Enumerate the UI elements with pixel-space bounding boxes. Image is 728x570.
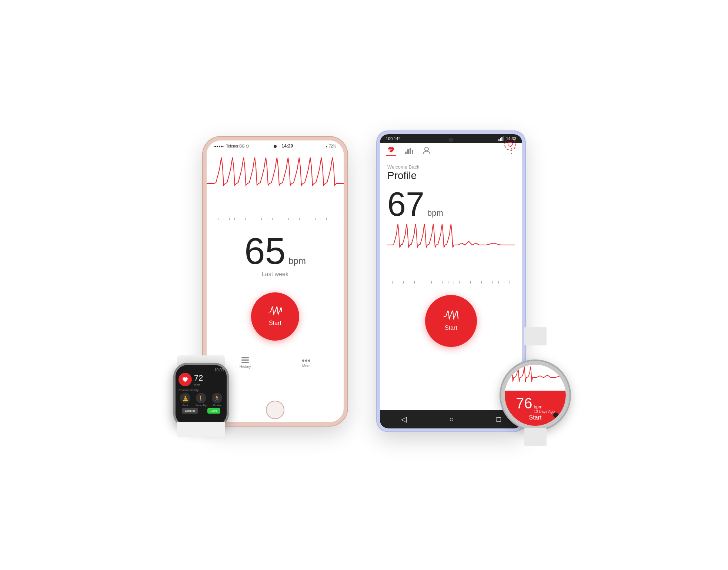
android-tab-heart[interactable]	[386, 145, 396, 156]
samsung-watch: 76 bpm 10 Days Ago Start	[501, 342, 570, 446]
chart-tab-icon	[404, 146, 413, 155]
back-icon[interactable]: ◁	[401, 415, 407, 424]
watch-bpm-unit: bpm	[194, 383, 203, 386]
android-start-label: Start	[445, 325, 457, 331]
watch-heart-icon	[178, 373, 192, 386]
battery-label: ⬥ 72%	[325, 144, 336, 148]
svg-rect-6	[498, 139, 500, 141]
watch-activity-cardio: 🏃 Cardio	[212, 393, 222, 407]
watch-bpm-number: 72	[194, 373, 203, 383]
iphone-tab-more[interactable]: More	[302, 358, 311, 368]
warmup-icon: 🚶	[196, 393, 206, 403]
android-tab-profile[interactable]	[421, 145, 432, 156]
svg-rect-13	[412, 150, 413, 154]
cardio-icon: 🏃	[212, 393, 222, 403]
android-ecg-start-icon	[444, 311, 458, 322]
tick-marks	[207, 217, 344, 221]
iphone-ecg-area	[207, 150, 344, 217]
watch-band-bottom	[177, 422, 225, 437]
android-welcome: Welcome Back	[387, 164, 515, 170]
samsung-watch-body: 76 bpm 10 Days Ago Start	[501, 361, 570, 430]
heart-tab-icon	[387, 146, 395, 154]
profile-tab-icon	[422, 146, 431, 155]
android-wrapper: 100 14° 14:33	[377, 131, 525, 431]
svg-rect-11	[407, 149, 409, 154]
watch-body: 10:09 72 bpm Choose activity	[173, 363, 229, 428]
svg-rect-1	[241, 359, 249, 361]
android-bpm-row: 67 bpm	[387, 188, 515, 221]
svg-point-14	[425, 147, 428, 151]
iphone-bpm-main: 65 bpm	[244, 232, 306, 269]
iphone-time: 14:29	[282, 143, 293, 149]
android-toolbar: ⋮	[380, 143, 522, 158]
carrier-label: ●●●●○ Telenor BG ⬡	[214, 144, 249, 148]
samsung-bpm-row: 76 bpm 10 Days Ago	[516, 396, 555, 414]
iphone-home-button[interactable]	[266, 401, 284, 419]
list-icon	[241, 357, 249, 364]
watch-choose-label: Choose activity	[178, 388, 224, 392]
apple-watch: 10:09 72 bpm Choose activity	[166, 355, 236, 437]
rest-icon: 🧘	[180, 393, 190, 403]
svg-rect-2	[241, 362, 249, 363]
main-scene: 10:09 72 bpm Choose activity	[0, 0, 728, 570]
iphone-bpm-label: bpm	[288, 256, 306, 266]
svg-rect-8	[501, 137, 502, 141]
heart-outline-icon	[504, 139, 516, 150]
iphone-bpm-section: 65 bpm Last week	[207, 221, 344, 281]
iphone-bpm-subtitle: Last week	[262, 271, 288, 278]
cardio-label: Cardio	[213, 404, 221, 407]
iphone-ecg-svg	[207, 154, 344, 213]
history-tab-label: History	[240, 365, 251, 369]
more-icon	[302, 358, 311, 363]
rest-label: Rest	[183, 404, 188, 407]
iphone-start-button[interactable]: Start	[251, 292, 299, 341]
bluetooth-icon	[553, 412, 558, 418]
home-icon[interactable]: ○	[449, 415, 454, 424]
watch-buttons-row: Dismiss Save	[178, 408, 224, 414]
samsung-bottom: 76 bpm 10 Days Ago Start	[505, 391, 566, 426]
android-start-container: Start	[387, 284, 515, 358]
samsung-watch-inner: 76 bpm 10 Days Ago Start	[505, 365, 566, 426]
android-bpm-number: 67	[387, 188, 424, 221]
more-tab-label: More	[302, 364, 311, 368]
svg-rect-9	[503, 136, 504, 141]
android-profile: Profile	[387, 170, 515, 182]
svg-rect-0	[241, 357, 249, 358]
svg-rect-12	[410, 148, 411, 154]
iphone-bpm-number: 65	[244, 232, 285, 269]
iphone-wrapper: 10:09 72 bpm Choose activity	[203, 137, 347, 426]
android-ecg-svg	[387, 221, 515, 269]
samsung-bpm-number: 76	[516, 396, 532, 411]
watch-activities: 🧘 Rest 🚶 Warm Up 🏃 Cardio	[178, 393, 224, 407]
iphone-camera	[274, 145, 277, 148]
recents-icon[interactable]: □	[496, 415, 501, 424]
svg-point-3	[302, 359, 304, 362]
android-status-left: 100 14°	[386, 136, 400, 141]
android-tab-chart[interactable]	[404, 145, 414, 156]
android-bpm-label: bpm	[427, 208, 443, 218]
watch-save-button[interactable]: Save	[207, 408, 220, 414]
samsung-band-top	[524, 327, 547, 345]
iphone-start-container: Start	[207, 281, 344, 352]
svg-point-4	[305, 359, 307, 362]
svg-rect-7	[500, 138, 501, 141]
samsung-bpm-sub: 10 Days Ago	[534, 410, 555, 414]
watch-time: 10:09	[178, 368, 224, 372]
warmup-label: Warm Up	[196, 404, 206, 407]
samsung-bpm-label: bpm	[534, 404, 555, 410]
samsung-ecg-section	[505, 365, 566, 391]
android-start-button[interactable]: Start	[425, 295, 477, 347]
svg-point-5	[308, 359, 310, 362]
iphone-start-label: Start	[269, 320, 281, 327]
watch-dismiss-button[interactable]: Dismiss	[182, 408, 198, 414]
samsung-start-label[interactable]: Start	[529, 414, 542, 421]
watch-activity-warmup: 🚶 Warm Up	[196, 393, 206, 407]
iphone-tab-history[interactable]: History	[240, 357, 251, 369]
watch-screen: 10:09 72 bpm Choose activity	[176, 365, 227, 425]
android-tick-marks	[387, 280, 515, 284]
heart-small-icon	[507, 142, 513, 147]
android-ecg-area	[387, 221, 515, 280]
samsung-band-bottom	[524, 428, 547, 446]
watch-activity-rest: 🧘 Rest	[180, 393, 190, 407]
signal-icon	[498, 136, 504, 141]
